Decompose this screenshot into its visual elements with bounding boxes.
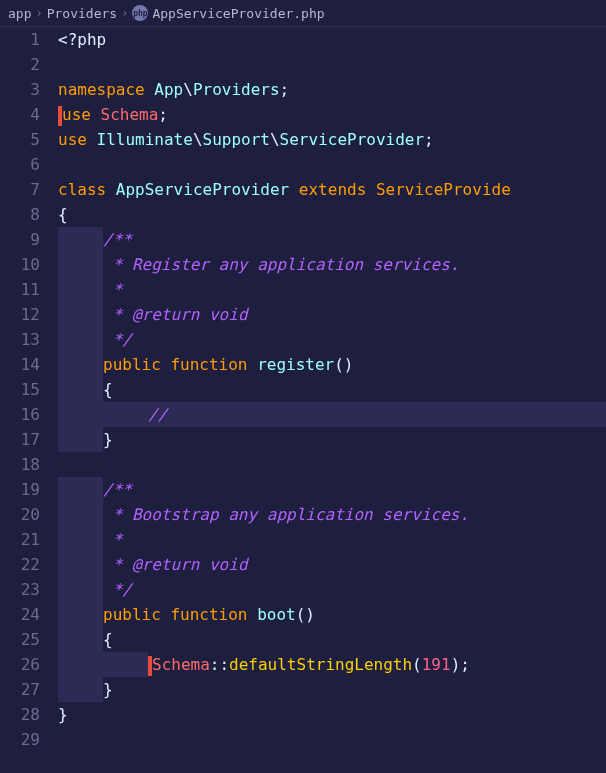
code-line[interactable]: /** — [58, 227, 606, 252]
code-line[interactable]: namespace App\Providers; — [58, 77, 606, 102]
code-line[interactable]: } — [58, 702, 606, 727]
line-number: 8 — [0, 202, 40, 227]
line-number: 4 — [0, 102, 40, 127]
line-number: 1 — [0, 27, 40, 52]
code-line[interactable] — [58, 727, 606, 752]
code-line[interactable]: // — [58, 402, 606, 427]
line-number: 7 — [0, 177, 40, 202]
line-number: 18 — [0, 452, 40, 477]
code-line[interactable] — [58, 452, 606, 477]
line-number: 3 — [0, 77, 40, 102]
line-number: 2 — [0, 52, 40, 77]
line-number: 19 — [0, 477, 40, 502]
line-number: 29 — [0, 727, 40, 752]
line-number: 5 — [0, 127, 40, 152]
code-line[interactable]: /** — [58, 477, 606, 502]
line-number: 15 — [0, 377, 40, 402]
code-line[interactable]: Schema::defaultStringLength(191); — [58, 652, 606, 677]
chevron-right-icon: › — [121, 6, 128, 20]
breadcrumb[interactable]: app › Providers › php AppServiceProvider… — [0, 0, 606, 27]
line-number: 10 — [0, 252, 40, 277]
line-number: 24 — [0, 602, 40, 627]
code-line[interactable]: } — [58, 427, 606, 452]
code-line[interactable]: { — [58, 627, 606, 652]
line-number: 27 — [0, 677, 40, 702]
code-line[interactable]: public function register() — [58, 352, 606, 377]
line-number: 13 — [0, 327, 40, 352]
line-number: 21 — [0, 527, 40, 552]
line-gutter: 1234567891011121314151617181920212223242… — [0, 27, 58, 770]
code-line[interactable]: use Illuminate\Support\ServiceProvider; — [58, 127, 606, 152]
code-line[interactable]: * — [58, 277, 606, 302]
code-line[interactable]: <?php — [58, 27, 606, 52]
line-number: 26 — [0, 652, 40, 677]
breadcrumb-item[interactable]: Providers — [47, 6, 117, 21]
code-line[interactable]: use Schema; — [58, 102, 606, 127]
code-line[interactable] — [58, 52, 606, 77]
line-number: 6 — [0, 152, 40, 177]
code-line[interactable]: { — [58, 377, 606, 402]
breadcrumb-item[interactable]: AppServiceProvider.php — [152, 6, 324, 21]
line-number: 16 — [0, 402, 40, 427]
code-line[interactable]: { — [58, 202, 606, 227]
code-line[interactable]: * Bootstrap any application services. — [58, 502, 606, 527]
line-number: 14 — [0, 352, 40, 377]
code-line[interactable]: } — [58, 677, 606, 702]
code-line[interactable] — [58, 152, 606, 177]
line-number: 25 — [0, 627, 40, 652]
code-line[interactable]: class AppServiceProvider extends Service… — [58, 177, 606, 202]
line-number: 20 — [0, 502, 40, 527]
breadcrumb-item[interactable]: app — [8, 6, 31, 21]
code-line[interactable]: */ — [58, 327, 606, 352]
code-line[interactable]: */ — [58, 577, 606, 602]
code-line[interactable]: * @return void — [58, 302, 606, 327]
chevron-right-icon: › — [35, 6, 42, 20]
code-line[interactable]: public function boot() — [58, 602, 606, 627]
line-number: 23 — [0, 577, 40, 602]
code-line[interactable]: * Register any application services. — [58, 252, 606, 277]
line-number: 28 — [0, 702, 40, 727]
line-number: 17 — [0, 427, 40, 452]
code-area[interactable]: <?phpnamespace App\Providers;use Schema;… — [58, 27, 606, 770]
line-number: 22 — [0, 552, 40, 577]
code-editor[interactable]: 1234567891011121314151617181920212223242… — [0, 27, 606, 770]
code-line[interactable]: * — [58, 527, 606, 552]
line-number: 12 — [0, 302, 40, 327]
code-line[interactable]: * @return void — [58, 552, 606, 577]
line-number: 11 — [0, 277, 40, 302]
line-number: 9 — [0, 227, 40, 252]
php-icon: php — [132, 5, 148, 21]
